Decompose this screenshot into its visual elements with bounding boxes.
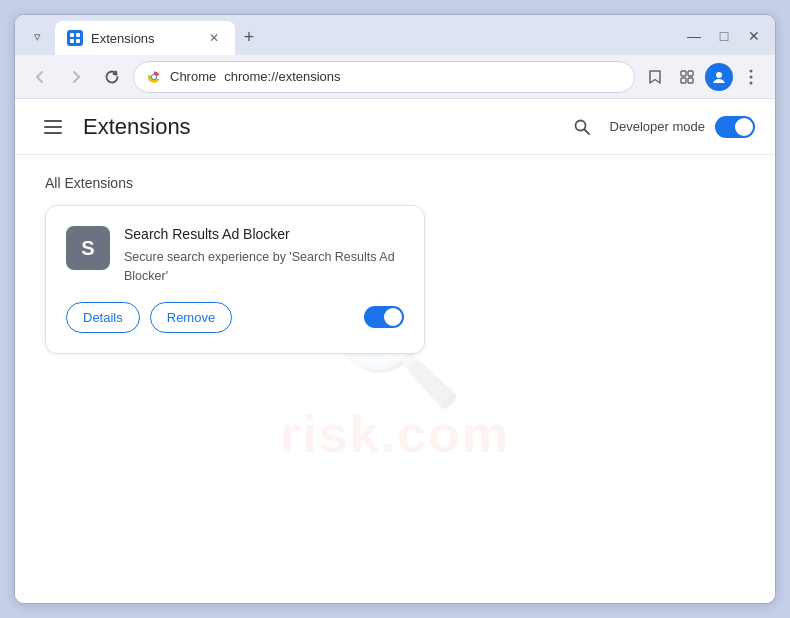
address-actions — [641, 63, 765, 91]
svg-rect-2 — [70, 39, 74, 43]
developer-mode-area: Developer mode — [564, 109, 755, 145]
svg-point-11 — [716, 72, 722, 78]
hamburger-line-3 — [44, 132, 62, 134]
hamburger-menu-button[interactable] — [35, 109, 71, 145]
profile-button[interactable] — [705, 63, 733, 91]
window-controls: — □ ✕ — [681, 23, 767, 49]
forward-button[interactable] — [61, 62, 91, 92]
extension-actions: Details Remove — [66, 302, 404, 333]
maximize-button[interactable]: □ — [711, 23, 737, 49]
tab-title: Extensions — [91, 31, 197, 46]
tab-list: ▿ Extensions ✕ + — [23, 21, 681, 55]
browser-window: ▿ Extensions ✕ + — □ ✕ — [14, 14, 776, 604]
close-button[interactable]: ✕ — [741, 23, 767, 49]
extension-info: Search Results Ad Blocker Secure search … — [124, 226, 404, 286]
svg-rect-0 — [70, 33, 74, 37]
page-title: Extensions — [83, 114, 564, 140]
minimize-button[interactable]: — — [681, 23, 707, 49]
svg-rect-10 — [688, 78, 693, 83]
watermark-text: risk.com — [145, 403, 645, 465]
extensions-header: Extensions Developer mode — [15, 99, 775, 155]
svg-rect-9 — [681, 78, 686, 83]
svg-point-6 — [152, 75, 156, 79]
remove-button[interactable]: Remove — [150, 302, 232, 333]
details-button[interactable]: Details — [66, 302, 140, 333]
tab-close-button[interactable]: ✕ — [205, 29, 223, 47]
developer-mode-label: Developer mode — [610, 119, 705, 134]
hamburger-line-1 — [44, 120, 62, 122]
active-tab[interactable]: Extensions ✕ — [55, 21, 235, 55]
search-icon-button[interactable] — [564, 109, 600, 145]
extension-description: Secure search experience by 'Search Resu… — [124, 248, 404, 286]
svg-point-13 — [750, 75, 753, 78]
back-button[interactable] — [25, 62, 55, 92]
title-bar: ▿ Extensions ✕ + — □ ✕ — [15, 15, 775, 55]
chrome-logo-icon — [146, 69, 162, 85]
address-input[interactable]: Chrome chrome://extensions — [133, 61, 635, 93]
svg-rect-3 — [76, 39, 80, 43]
new-tab-button[interactable]: + — [235, 23, 263, 51]
page-content: Extensions Developer mode 🔍 risk.com All — [15, 99, 775, 603]
svg-point-14 — [750, 81, 753, 84]
extension-enable-toggle[interactable] — [364, 306, 404, 328]
extension-card: S Search Results Ad Blocker Secure searc… — [45, 205, 425, 354]
extension-icon: S — [66, 226, 110, 270]
hamburger-line-2 — [44, 126, 62, 128]
developer-mode-toggle[interactable] — [715, 116, 755, 138]
extensions-body: 🔍 risk.com All Extensions S Search Resul… — [15, 155, 775, 603]
extension-card-header: S Search Results Ad Blocker Secure searc… — [66, 226, 404, 286]
section-title: All Extensions — [45, 175, 745, 191]
svg-point-12 — [750, 69, 753, 72]
tab-list-arrow[interactable]: ▿ — [23, 21, 51, 51]
bookmark-icon[interactable] — [641, 63, 669, 91]
chrome-label: Chrome — [170, 69, 216, 84]
refresh-button[interactable] — [97, 62, 127, 92]
chrome-menu-button[interactable] — [737, 63, 765, 91]
svg-rect-1 — [76, 33, 80, 37]
svg-rect-8 — [688, 71, 693, 76]
extension-name: Search Results Ad Blocker — [124, 226, 404, 242]
tab-favicon — [67, 30, 83, 46]
address-text: chrome://extensions — [224, 69, 622, 84]
address-bar: Chrome chrome://extensions — [15, 55, 775, 99]
svg-rect-7 — [681, 71, 686, 76]
extensions-icon[interactable] — [673, 63, 701, 91]
